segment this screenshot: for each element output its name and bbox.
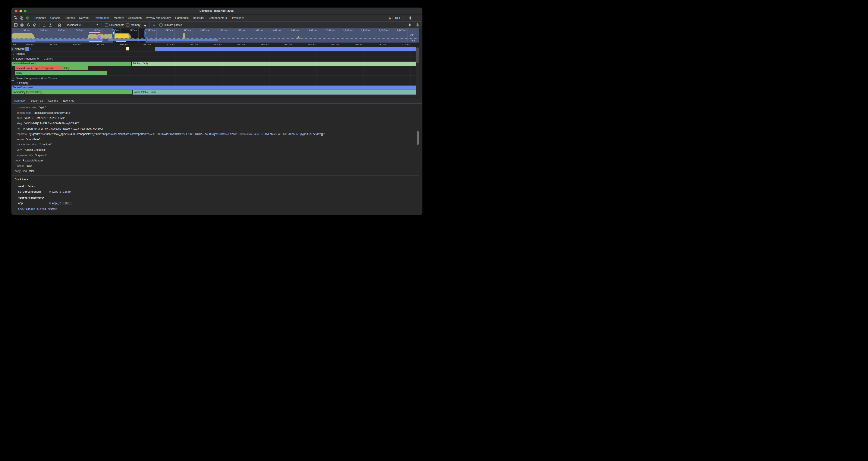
- inspect-element-icon[interactable]: [13, 16, 18, 20]
- scrollbar-thumb[interactable]: [417, 131, 418, 145]
- flame-event-bar[interactable]: await delay (deferred text): [11, 90, 132, 94]
- tab-profiler[interactable]: Profiler: [230, 15, 246, 21]
- issues-badge[interactable]: 1: [395, 17, 400, 20]
- track-drag-handle[interactable]: [30, 48, 31, 50]
- collapsed-triangle-icon[interactable]: ▶: [12, 47, 14, 51]
- tab-elements[interactable]: Elements: [32, 15, 48, 21]
- clear-icon[interactable]: [32, 23, 38, 28]
- expanded-triangle-icon[interactable]: ▼: [13, 58, 15, 60]
- timeline-overview[interactable]: 97 ms197 ms297 ms397 ms497 ms597 ms697 m…: [11, 28, 419, 42]
- flame-event-bar[interactable]: await fetch (…/api): [133, 90, 419, 94]
- flame-event-bar[interactable]: delay: [62, 66, 88, 70]
- screenshots-checkbox[interactable]: [105, 23, 108, 27]
- summary-row: bodyReadableStream: [15, 158, 43, 163]
- flame-event-bar[interactable]: ServerComponent: [11, 86, 419, 90]
- warnings-badge[interactable]: 1: [388, 17, 394, 20]
- tab-call-tree[interactable]: Call tree: [45, 98, 61, 103]
- tab-privacy-and-security[interactable]: Privacy and security: [144, 15, 173, 21]
- flame-chart[interactable]: ▶ Network ▶ Timings ▼ Server Requests — …: [11, 47, 419, 94]
- tab-summary[interactable]: Summary: [11, 98, 28, 103]
- collect-garbage-icon[interactable]: [142, 23, 148, 28]
- tab-components[interactable]: Components: [207, 15, 230, 21]
- react-atom-icon: [242, 17, 244, 19]
- scrollbar-thumb[interactable]: [416, 48, 418, 63]
- settings-gear-icon[interactable]: [408, 16, 412, 20]
- tab-network[interactable]: Network: [77, 15, 92, 21]
- panel-settings-gear-icon[interactable]: [407, 23, 412, 28]
- source-location-link[interactable]: App.js:128:9: [52, 190, 71, 193]
- tab-lighthouse[interactable]: Lighthouse: [173, 15, 191, 21]
- network-request-bar[interactable]: [155, 47, 419, 51]
- ruler-tick-label: 607 ms: [120, 43, 128, 46]
- overview-right-handle[interactable]: [144, 29, 147, 38]
- summary-value: false: [27, 165, 32, 167]
- help-icon[interactable]: ?: [414, 23, 420, 28]
- flame-event-bar[interactable]: delayedError (…ayed exception): [15, 66, 62, 70]
- report-to-url-link[interactable]: https://a.nel.cloudflare.com/report/v4?s…: [103, 133, 319, 136]
- summary-row: etag"W/\"4b1-RjEJloX9kRinu6F0MAZMmy6E5iA…: [17, 121, 79, 126]
- summary-value: false: [29, 170, 34, 173]
- node-icon[interactable]: [25, 16, 29, 20]
- tab-memory[interactable]: Memory: [112, 15, 126, 21]
- summary-key: connection: [17, 104, 29, 104]
- tab-bottom-up[interactable]: Bottom-up: [28, 98, 45, 103]
- memory-label[interactable]: Memory: [131, 24, 140, 27]
- tab-sources[interactable]: Sources: [63, 15, 77, 21]
- react-atom-icon: [40, 77, 43, 80]
- source-location-link[interactable]: App.js:190:16: [52, 202, 72, 205]
- home-icon[interactable]: [57, 23, 62, 28]
- summary-value: "chunked": [39, 143, 52, 146]
- summary-row: vary"Accept-Encoding": [17, 147, 46, 153]
- svg-text:?: ?: [417, 24, 418, 26]
- expanded-triangle-icon[interactable]: ▼: [13, 77, 15, 79]
- timeline-ruler[interactable]: ms 567 ms577 ms587 ms597 ms607 ms617 ms6…: [11, 42, 419, 47]
- tab-performance[interactable]: Performance: [91, 15, 112, 21]
- summary-row: content-encoding"gzip": [17, 105, 46, 110]
- summary-scrollbar[interactable]: [416, 104, 419, 215]
- collapsed-triangle-icon[interactable]: ▶: [13, 53, 14, 55]
- ruler-tick-label: 687 ms: [308, 43, 316, 46]
- ruler-tick-label: 717 ms: [378, 43, 386, 46]
- reload-and-record-icon[interactable]: [26, 23, 31, 28]
- stack-frame: await fetch: [18, 185, 35, 188]
- flame-scrollbar[interactable]: [415, 47, 419, 94]
- more-options-kebab-icon[interactable]: [416, 16, 420, 20]
- show-ignore-listed-frames-link[interactable]: Show ignore-listed frames: [18, 207, 57, 210]
- track-network[interactable]: ▶ Network: [12, 47, 25, 51]
- record-button[interactable]: [19, 23, 25, 28]
- memory-checkbox[interactable]: [126, 23, 129, 27]
- dim-3rd-parties-label[interactable]: Dim 3rd parties: [164, 24, 182, 27]
- ruler-tick-label: 697 ms: [332, 43, 339, 46]
- screenshots-label[interactable]: Screenshots: [110, 24, 124, 27]
- summary-row: lockedfalse: [17, 163, 32, 169]
- summary-key: bodyUsed: [15, 170, 27, 173]
- track-timings[interactable]: ▶ Timings: [13, 52, 25, 55]
- toggle-sidebar-icon[interactable]: [13, 23, 19, 28]
- network-pending-chip[interactable]: [126, 47, 129, 51]
- track-group-primary[interactable]: ▼ Primary: [16, 82, 28, 84]
- ruler-tick-label: 677 ms: [284, 43, 292, 46]
- overview-left-handle[interactable]: [112, 29, 115, 38]
- summary-key: locked: [17, 165, 24, 167]
- expanded-triangle-icon[interactable]: ▼: [16, 82, 18, 84]
- ruler-tick-label: 577 ms: [50, 43, 57, 46]
- cpu-lane-label: CPU: [410, 34, 415, 36]
- summary-pane[interactable]: connection"keep-alive"content-encoding"g…: [11, 104, 419, 215]
- load-profile-icon[interactable]: [41, 23, 47, 28]
- history-select[interactable]: localhost #4: [66, 24, 100, 27]
- shrink-rows-icon[interactable]: [151, 23, 157, 28]
- tab-console[interactable]: Console: [48, 15, 63, 21]
- save-profile-icon[interactable]: [48, 23, 53, 28]
- track-server-components[interactable]: ▼ Server Components — Custom: [13, 77, 57, 80]
- summary-row: report-to"{\"group\":\"cf-nel\",\"max_ag…: [17, 132, 324, 137]
- track-server-requests[interactable]: ▼ Server Requests — Custom: [13, 57, 53, 60]
- flame-event-bar[interactable]: delay: [15, 71, 107, 75]
- tab-event-log[interactable]: Event log: [61, 98, 77, 103]
- flame-event-bar[interactable]: fetch (…/api): [132, 62, 419, 66]
- ruler-tick-label: 587 ms: [73, 43, 81, 46]
- dim-3rd-parties-checkbox[interactable]: [159, 23, 162, 27]
- toggle-device-toolbar-icon[interactable]: [19, 16, 24, 20]
- tab-application[interactable]: Application: [126, 15, 144, 21]
- tab-recorder[interactable]: Recorder: [191, 15, 206, 21]
- flame-event-bar[interactable]: delay (deferred text): [11, 62, 131, 66]
